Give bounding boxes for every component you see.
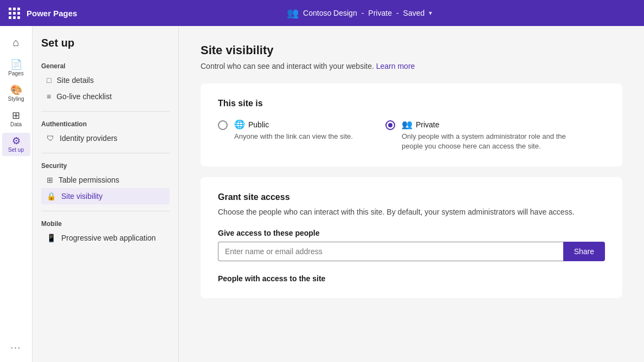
private-label-main: 👥 Private (402, 119, 575, 130)
public-desc: Anyone with the link can view the site. (234, 132, 353, 141)
sidebar-item-site-visibility[interactable]: 🔒 Site visibility (41, 188, 170, 204)
sidebar-section-security: Security ⊞ Table permissions 🔒 Site visi… (33, 158, 178, 206)
pages-icon: 📄 (10, 60, 22, 69)
sidebar-item-data-label: Data (10, 121, 22, 127)
sidebar-section-mobile: Mobile 📱 Progressive web application (33, 216, 178, 248)
section-mobile-label: Mobile (41, 220, 170, 228)
private-label-group: 👥 Private Only people with a system admi… (402, 119, 575, 151)
give-access-label: Give access to these people (218, 229, 605, 237)
styling-icon: 🎨 (10, 85, 22, 95)
radio-option-private[interactable]: 👥 Private Only people with a system admi… (385, 119, 575, 151)
divider-3 (41, 211, 170, 211)
sidebar-item-table-permissions-label: Table permissions (59, 176, 119, 184)
people-access-label: People with access to the site (218, 274, 605, 283)
public-label: Public (248, 120, 269, 129)
sidebar-item-pwa[interactable]: 📱 Progressive web application (41, 230, 170, 246)
public-label-main: 🌐 Public (234, 119, 353, 130)
main-layout: ⌂ 📄 Pages 🎨 Styling ⊞ Data ⚙ Set up ··· … (0, 26, 644, 362)
site-info[interactable]: 👥 Contoso Design - Private - Saved ▾ (83, 7, 635, 19)
more-icon: ··· (11, 343, 21, 353)
learn-more-link[interactable]: Learn more (376, 62, 415, 70)
identity-providers-icon: 🛡 (47, 134, 54, 143)
table-permissions-icon: ⊞ (47, 176, 53, 184)
private-label: Private (416, 120, 440, 129)
sidebar-item-styling[interactable]: 🎨 Styling (2, 82, 30, 105)
sidebar-item-pwa-label: Progressive web application (61, 234, 156, 242)
public-label-group: 🌐 Public Anyone with the link can view t… (234, 119, 353, 141)
site-visibility-card: This site is 🌐 Public Anyone with the li… (201, 83, 622, 166)
radio-public[interactable] (218, 120, 228, 130)
site-name: Contoso Design (303, 9, 357, 17)
grant-desc: Choose the people who can interact with … (218, 206, 605, 218)
sidebar-item-data[interactable]: ⊞ Data (2, 107, 30, 131)
site-status: Private (368, 9, 392, 17)
subtitle-text: Control who can see and interact with yo… (201, 62, 374, 70)
sidebar-item-site-details[interactable]: □ Site details (41, 72, 170, 88)
chevron-down-icon[interactable]: ▾ (429, 9, 432, 17)
site-saved: Saved (403, 9, 425, 17)
topbar: Power Pages 👥 Contoso Design - Private -… (0, 0, 644, 26)
sidebar-item-site-details-label: Site details (56, 76, 93, 85)
input-row: Share (218, 242, 605, 261)
left-sidebar: ⌂ 📄 Pages 🎨 Styling ⊞ Data ⚙ Set up ··· (0, 26, 33, 362)
sidebar-item-setup-label: Set up (8, 147, 24, 153)
private-icon: 👥 (402, 119, 413, 130)
data-icon: ⊞ (12, 111, 20, 120)
divider-2 (41, 153, 170, 153)
grant-title: Grant site access (218, 192, 605, 202)
share-button[interactable]: Share (563, 242, 605, 261)
apps-grid-icon[interactable] (9, 8, 20, 19)
app-title: Power Pages (27, 9, 77, 18)
sidebar-more-button[interactable]: ··· (2, 338, 30, 358)
sidebar-section-general: General □ Site details ≡ Go-live checkli… (33, 58, 178, 107)
sidebar-item-site-visibility-label: Site visibility (61, 192, 102, 201)
sidebar-item-pages-label: Pages (8, 70, 23, 76)
radio-options: 🌐 Public Anyone with the link can view t… (218, 119, 605, 151)
radio-option-public[interactable]: 🌐 Public Anyone with the link can view t… (218, 119, 353, 141)
setup-icon: ⚙ (12, 136, 21, 146)
setup-sidebar-title: Set up (33, 37, 178, 58)
content-area: Site visibility Control who can see and … (179, 26, 644, 362)
page-title: Site visibility (201, 43, 622, 57)
go-live-icon: ≡ (47, 92, 51, 101)
divider-1 (41, 111, 170, 112)
sidebar-item-table-permissions[interactable]: ⊞ Table permissions (41, 172, 170, 188)
section-general-label: General (41, 62, 170, 70)
sidebar-section-authentication: Authentication 🛡 Identity providers (33, 116, 178, 148)
globe-icon: 🌐 (234, 119, 245, 130)
site-saved-separator: - (396, 9, 399, 17)
site-details-icon: □ (47, 76, 51, 85)
sidebar-item-home[interactable]: ⌂ (2, 30, 30, 54)
sidebar-item-setup[interactable]: ⚙ Set up (2, 133, 30, 156)
name-email-input[interactable] (218, 242, 563, 261)
radio-private[interactable] (385, 120, 395, 130)
sidebar-item-go-live-label: Go-live checklist (56, 92, 112, 101)
site-visibility-icon: 🔒 (47, 192, 56, 201)
grant-access-card: Grant site access Choose the people who … (201, 177, 622, 298)
site-status-separator: - (362, 9, 364, 17)
site-icon: 👥 (287, 7, 299, 19)
section-authentication-label: Authentication (41, 120, 170, 128)
setup-sidebar: Set up General □ Site details ≡ Go-live … (33, 26, 179, 362)
sidebar-item-pages[interactable]: 📄 Pages (2, 56, 30, 80)
page-subtitle: Control who can see and interact with yo… (201, 62, 622, 70)
home-icon: ⌂ (12, 36, 19, 49)
section-security-label: Security (41, 162, 170, 170)
pwa-icon: 📱 (47, 234, 56, 242)
this-site-is-label: This site is (218, 99, 605, 108)
sidebar-item-identity-label: Identity providers (60, 134, 118, 143)
sidebar-item-styling-label: Styling (8, 96, 24, 102)
sidebar-item-identity-providers[interactable]: 🛡 Identity providers (41, 130, 170, 146)
private-desc: Only people with a system administrator … (402, 132, 575, 151)
sidebar-item-go-live-checklist[interactable]: ≡ Go-live checklist (41, 88, 170, 105)
